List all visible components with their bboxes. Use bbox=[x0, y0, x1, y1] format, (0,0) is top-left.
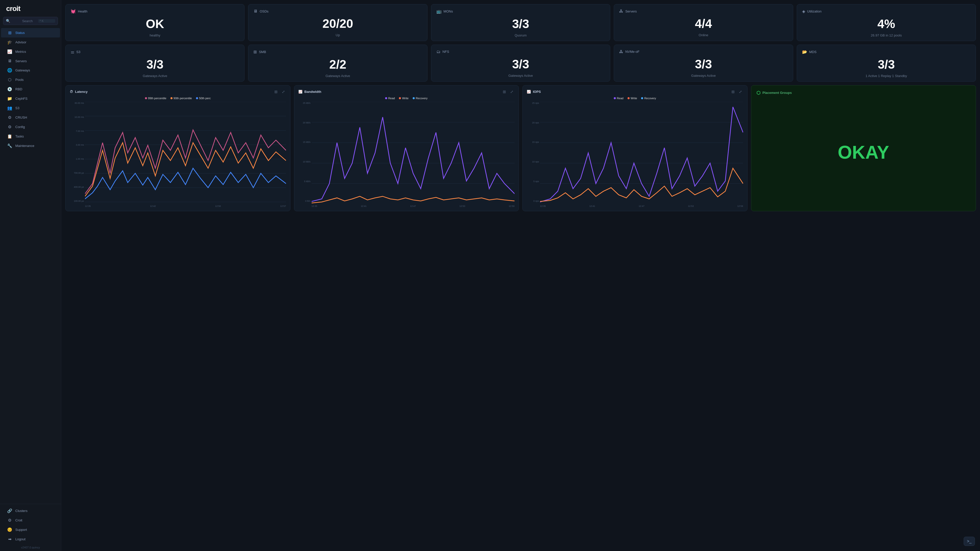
tasks-icon: 📋 bbox=[7, 134, 12, 139]
version-label: v2407.0.quincy bbox=[0, 544, 61, 551]
terminal-button[interactable]: >_ bbox=[964, 537, 975, 546]
legend-50th-label: 50th perc bbox=[199, 97, 211, 100]
legend-50th: 50th perc bbox=[196, 97, 211, 100]
mons-sub: Quorum bbox=[436, 33, 605, 37]
y-label: 700.00 µs bbox=[70, 171, 84, 174]
utilization-label: Utilization bbox=[807, 10, 821, 13]
mons-card[interactable]: 📺 MONs 3/3 Quorum bbox=[431, 4, 610, 41]
sidebar-item-support[interactable]: 😊 Support bbox=[1, 525, 60, 534]
sidebar-item-label: CephFS bbox=[15, 97, 54, 100]
latency-expand-btn[interactable]: ⤢ bbox=[281, 89, 286, 95]
sidebar-item-metrics[interactable]: 📈 Metrics bbox=[1, 47, 60, 56]
sidebar-item-rbd[interactable]: 💿 RBD bbox=[1, 84, 60, 94]
search-bar[interactable]: 🔍 Search ^ K bbox=[3, 17, 58, 25]
nvmeof-value: 3/3 bbox=[619, 58, 788, 71]
rbd-icon: 💿 bbox=[7, 87, 12, 92]
support-icon: 😊 bbox=[7, 527, 12, 532]
smb-value: 2/2 bbox=[253, 58, 422, 71]
smb-icon: ⊞ bbox=[253, 49, 257, 54]
bandwidth-chart-icon: 📈 bbox=[298, 90, 302, 94]
sidebar-item-logout[interactable]: ➡ Logout bbox=[1, 534, 60, 544]
placement-groups-card[interactable]: ⬡ Placement Groups OKAY bbox=[751, 85, 976, 211]
mds-sub: 1 Active 1 Replay 1 Standby bbox=[802, 74, 970, 78]
sidebar-item-label: Servers bbox=[15, 59, 54, 63]
sidebar: croit 🔍 Search ^ K ⊞ Status 🎓 Advisor 📈 … bbox=[0, 0, 61, 551]
mds-label: MDS bbox=[809, 50, 817, 54]
sidebar-item-label: CRUSH bbox=[15, 116, 54, 119]
s3-label: S3 bbox=[76, 50, 80, 54]
maintenance-icon: 🔧 bbox=[7, 143, 12, 148]
servers-label: Servers bbox=[625, 10, 637, 13]
sidebar-item-tasks[interactable]: 📋 Tasks bbox=[1, 132, 60, 141]
bandwidth-x-labels: 12:35 12:41 12:47 12:53 12:59 bbox=[312, 205, 515, 207]
nfs-sub: Gateways Active bbox=[436, 74, 605, 78]
search-shortcut: ^ K bbox=[38, 19, 55, 23]
smb-label: SMB bbox=[259, 50, 266, 54]
sidebar-item-crush[interactable]: ⚙ CRUSH bbox=[1, 113, 60, 122]
charts-row: ⏱ Latency ⊞ ⤢ 99th percentile 90th perce… bbox=[65, 85, 976, 211]
s3-card[interactable]: ⚌ S3 3/3 Gateways Active bbox=[65, 44, 245, 82]
nvmeof-sub: Gateways Active bbox=[619, 74, 788, 78]
iops-legend-read-label: Read bbox=[617, 97, 624, 100]
iops-legend-write-label: Write bbox=[631, 97, 637, 100]
main-content: 💓 Health OK healthy 🖥 OSDs 20/20 Up 📺 MO… bbox=[61, 0, 980, 551]
latency-chart-icon: ⏱ bbox=[70, 90, 73, 94]
bandwidth-chart-title: Bandwidth bbox=[304, 90, 321, 94]
cephfs-icon: 📁 bbox=[7, 96, 12, 101]
nfs-icon: 🗂 bbox=[436, 49, 441, 54]
sidebar-item-advisor[interactable]: 🎓 Advisor bbox=[1, 38, 60, 47]
stats-row-1: 💓 Health OK healthy 🖥 OSDs 20/20 Up 📺 MO… bbox=[65, 4, 976, 41]
stats-row-2: ⚌ S3 3/3 Gateways Active ⊞ SMB 2/2 Gatew… bbox=[65, 44, 976, 82]
sidebar-item-pools[interactable]: ⬡ Pools bbox=[1, 75, 60, 84]
mds-value: 3/3 bbox=[802, 58, 970, 71]
sidebar-item-maintenance[interactable]: 🔧 Maintenance bbox=[1, 141, 60, 151]
health-card[interactable]: 💓 Health OK healthy bbox=[65, 4, 245, 41]
iops-table-btn[interactable]: ⊞ bbox=[730, 89, 736, 95]
sidebar-item-cephfs[interactable]: 📁 CephFS bbox=[1, 94, 60, 103]
clusters-icon: 🔗 bbox=[7, 508, 12, 513]
utilization-card[interactable]: ◈ Utilization 4% 26.97 GB in 12 pools bbox=[797, 4, 976, 41]
servers-stat-icon: 🖧 bbox=[619, 9, 623, 14]
metrics-icon: 📈 bbox=[7, 49, 12, 54]
legend-recovery-label: Recovery bbox=[416, 97, 428, 100]
latency-chart-title: Latency bbox=[75, 90, 88, 94]
iops-legend: Read Write Recovery bbox=[527, 97, 743, 100]
nvmeof-label: NVMe-oF bbox=[625, 50, 640, 54]
mons-value: 3/3 bbox=[436, 17, 605, 31]
advisor-icon: 🎓 bbox=[7, 40, 12, 44]
y-label: 400.00 µs bbox=[70, 186, 84, 188]
crush-icon: ⚙ bbox=[7, 115, 12, 120]
iops-chart-title: IOPS bbox=[533, 90, 541, 94]
sidebar-item-clusters[interactable]: 🔗 Clusters bbox=[1, 506, 60, 516]
mds-card[interactable]: 📂 MDS 3/3 1 Active 1 Replay 1 Standby bbox=[797, 44, 976, 82]
nav-list: ⊞ Status 🎓 Advisor 📈 Metrics 🖥 Servers 🌐… bbox=[0, 28, 61, 151]
sidebar-item-config[interactable]: ⚙ Config bbox=[1, 122, 60, 132]
sidebar-item-status[interactable]: ⊞ Status bbox=[1, 28, 60, 38]
utilization-value: 4% bbox=[802, 17, 970, 31]
sidebar-item-s3[interactable]: 👥 S3 bbox=[1, 103, 60, 113]
y-label: 3.00 ms bbox=[70, 144, 84, 146]
smb-card[interactable]: ⊞ SMB 2/2 Gateways Active bbox=[248, 44, 427, 82]
health-sub: healthy bbox=[71, 33, 239, 37]
sidebar-item-label: S3 bbox=[15, 106, 54, 110]
osds-card[interactable]: 🖥 OSDs 20/20 Up bbox=[248, 4, 427, 41]
servers-value: 4/4 bbox=[619, 17, 788, 30]
legend-write-label: Write bbox=[402, 97, 408, 100]
sidebar-item-label: Pools bbox=[15, 78, 54, 82]
pg-value: OKAY bbox=[756, 132, 971, 173]
bandwidth-table-btn[interactable]: ⊞ bbox=[502, 89, 507, 95]
iops-legend-write: Write bbox=[628, 97, 637, 100]
iops-expand-btn[interactable]: ⤢ bbox=[738, 89, 743, 95]
s3-value: 3/3 bbox=[71, 58, 239, 71]
utilization-sub: 26.97 GB in 12 pools bbox=[802, 33, 970, 37]
smb-sub: Gateways Active bbox=[253, 74, 422, 78]
servers-card[interactable]: 🖧 Servers 4/4 Online bbox=[614, 4, 793, 41]
nfs-card[interactable]: 🗂 NFS 3/3 Gateways Active bbox=[431, 44, 610, 82]
sidebar-item-servers[interactable]: 🖥 Servers bbox=[1, 56, 60, 65]
sidebar-item-gateways[interactable]: 🌐 Gateways bbox=[1, 65, 60, 75]
nvmeof-card[interactable]: 🖧 NVMe-oF 3/3 Gateways Active bbox=[614, 44, 793, 82]
sidebar-item-label: Tasks bbox=[15, 135, 54, 138]
sidebar-item-croit[interactable]: ⚙ Croit bbox=[1, 516, 60, 525]
latency-table-btn[interactable]: ⊞ bbox=[273, 89, 279, 95]
bandwidth-expand-btn[interactable]: ⤢ bbox=[509, 89, 514, 95]
